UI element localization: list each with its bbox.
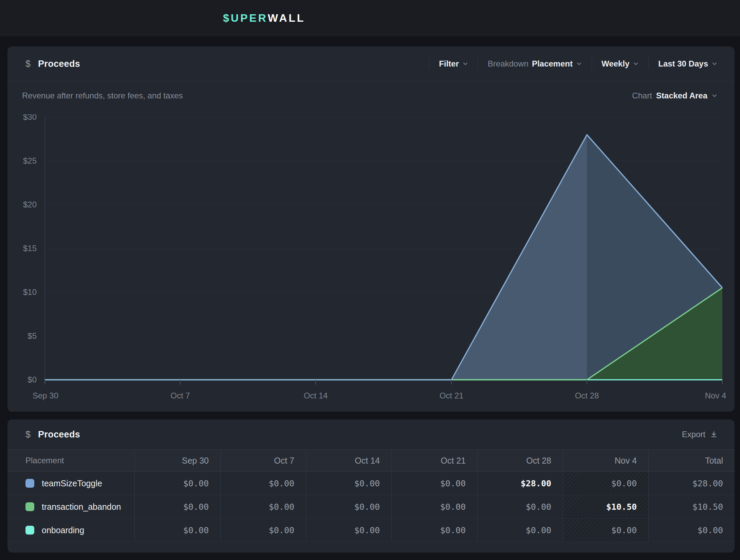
table-panel-header: $ Proceeds Export xyxy=(7,419,735,449)
column-header-date: Nov 4 xyxy=(563,450,648,471)
value-cell: $0.00 xyxy=(477,519,563,542)
value-cell: $28.00 xyxy=(477,472,563,495)
svg-text:Oct 28: Oct 28 xyxy=(575,391,599,400)
x-axis-ticks xyxy=(45,380,722,385)
series-swatch-teal xyxy=(25,526,34,535)
value-cell: $0.00 xyxy=(220,472,306,495)
dollar-icon: $ xyxy=(25,59,31,69)
y-axis-labels: $30 $25 $20 $15 $10 $5 $0 xyxy=(23,114,37,384)
svg-text:Oct 21: Oct 21 xyxy=(440,391,464,400)
value-cell-incomplete: $10.50 xyxy=(563,495,648,518)
proceeds-chart-panel: $ Proceeds Filter Breakdown Placement We… xyxy=(7,46,735,412)
breakdown-value: Placement xyxy=(532,59,573,69)
column-header-placement: Placement xyxy=(7,450,134,471)
filter-label: Filter xyxy=(439,59,459,69)
filter-dropdown[interactable]: Filter xyxy=(439,59,468,69)
value-cell: $0.00 xyxy=(306,519,391,542)
column-header-date: Oct 14 xyxy=(306,450,391,471)
export-button[interactable]: Export xyxy=(682,430,718,439)
logo-rest-text: WALL xyxy=(268,12,306,24)
proceeds-table-panel: $ Proceeds Export Placement Sep 30 Oct 7… xyxy=(7,419,735,553)
chevron-down-icon xyxy=(462,61,468,67)
column-header-total: Total xyxy=(648,450,735,471)
table-row-teamSizeToggle: teamSizeToggle $0.00 $0.00 $0.00 $0.00 $… xyxy=(7,472,735,495)
column-header-date: Oct 21 xyxy=(391,450,477,471)
x-axis-labels: Sep 30 Oct 7 Oct 14 Oct 21 Oct 28 Nov 4 xyxy=(33,391,726,400)
placement-name: teamSizeToggle xyxy=(42,479,102,488)
value-cell: $0.00 xyxy=(134,495,220,518)
value-cell-incomplete: $0.00 xyxy=(563,472,648,495)
svg-text:$0: $0 xyxy=(27,375,37,384)
value-cell: $0.00 xyxy=(134,472,220,495)
value-cell: $0.00 xyxy=(220,495,306,518)
value-cell: $0.00 xyxy=(306,472,391,495)
placement-name-cell: transaction_abandon xyxy=(7,495,134,518)
download-icon xyxy=(710,431,718,438)
svg-text:Oct 14: Oct 14 xyxy=(304,391,328,400)
stacked-area-chart: $30 $25 $20 $15 $10 $5 $0 Sep 30 Oct 7 O… xyxy=(7,114,735,412)
svg-text:Oct 7: Oct 7 xyxy=(170,391,190,400)
interval-dropdown[interactable]: Weekly xyxy=(602,59,639,69)
value-cell: $0.00 xyxy=(477,495,563,518)
table-panel-title: Proceeds xyxy=(38,429,80,440)
control-divider xyxy=(592,58,592,70)
placement-name-cell: onboarding xyxy=(7,519,134,542)
chart-type-label: Chart xyxy=(632,91,652,100)
value-cell: $0.00 xyxy=(306,495,391,518)
chevron-down-icon xyxy=(576,61,582,67)
svg-text:$20: $20 xyxy=(23,200,37,209)
svg-text:Sep 30: Sep 30 xyxy=(33,391,58,400)
value-cell-incomplete: $0.00 xyxy=(563,519,648,542)
column-header-date: Oct 28 xyxy=(477,450,563,471)
column-header-date: Sep 30 xyxy=(134,450,220,471)
table-header-row: Placement Sep 30 Oct 7 Oct 14 Oct 21 Oct… xyxy=(7,449,735,472)
svg-text:Nov 4: Nov 4 xyxy=(705,391,726,400)
column-header-date: Oct 7 xyxy=(220,450,306,471)
table-row-onboarding: onboarding $0.00 $0.00 $0.00 $0.00 $0.00… xyxy=(7,519,735,542)
top-bar: $UPERWALL xyxy=(0,0,740,36)
export-label: Export xyxy=(682,430,705,439)
date-range-dropdown[interactable]: Last 30 Days xyxy=(658,59,718,69)
chart-type-value: Stacked Area xyxy=(656,91,707,100)
series-swatch-blue xyxy=(25,479,34,488)
svg-text:$10: $10 xyxy=(23,287,37,297)
total-cell: $28.00 xyxy=(648,472,735,495)
chart-subtitle: Revenue after refunds, store fees, and t… xyxy=(22,91,183,100)
value-cell: $0.00 xyxy=(391,472,477,495)
svg-text:$15: $15 xyxy=(23,244,37,253)
chart-panel-header: $ Proceeds Filter Breakdown Placement We… xyxy=(7,46,735,81)
superwall-logo: $UPERWALL xyxy=(223,0,305,36)
svg-text:$5: $5 xyxy=(27,331,37,340)
interval-value: Weekly xyxy=(602,59,629,69)
value-cell: $0.00 xyxy=(134,519,220,542)
value-cell: $0.00 xyxy=(220,519,306,542)
value-cell: $0.00 xyxy=(391,495,477,518)
value-cell: $0.00 xyxy=(391,519,477,542)
svg-text:$25: $25 xyxy=(23,156,37,165)
date-range-value: Last 30 Days xyxy=(658,59,708,69)
chevron-down-icon xyxy=(711,93,718,99)
control-divider xyxy=(478,58,478,70)
placement-name-cell: teamSizeToggle xyxy=(7,472,134,495)
breakdown-dropdown[interactable]: Breakdown Placement xyxy=(488,59,582,69)
proceeds-table: Placement Sep 30 Oct 7 Oct 14 Oct 21 Oct… xyxy=(7,449,735,542)
breakdown-label: Breakdown xyxy=(488,59,529,69)
chart-subheader: Revenue after refunds, store fees, and t… xyxy=(7,81,735,100)
total-cell: $10.50 xyxy=(648,495,735,518)
control-divider xyxy=(648,58,649,70)
table-row-transaction-abandon: transaction_abandon $0.00 $0.00 $0.00 $0… xyxy=(7,495,735,519)
chart-type-dropdown[interactable]: Chart Stacked Area xyxy=(632,91,718,100)
chart-controls: Filter Breakdown Placement Weekly Last 3… xyxy=(420,46,718,81)
chevron-down-icon xyxy=(711,61,718,67)
placement-name: transaction_abandon xyxy=(42,502,121,512)
dollar-icon: $ xyxy=(25,429,31,440)
chevron-down-icon xyxy=(633,61,639,67)
logo-accent-text: $UPER xyxy=(223,12,268,24)
svg-text:$30: $30 xyxy=(23,114,37,122)
control-divider xyxy=(429,58,429,70)
total-cell: $0.00 xyxy=(648,519,735,542)
chart-panel-title: Proceeds xyxy=(38,59,80,69)
placement-name: onboarding xyxy=(42,525,84,535)
series-swatch-green xyxy=(25,502,34,511)
